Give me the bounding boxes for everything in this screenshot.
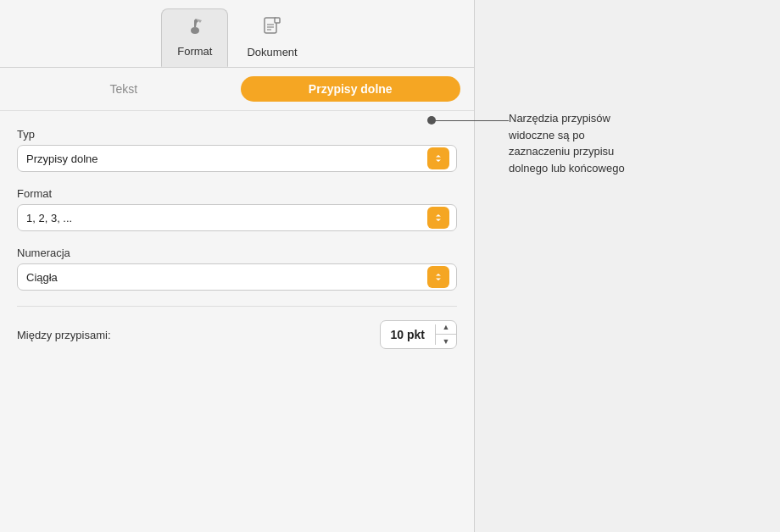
- format-field-group: Format 1, 2, 3, ...: [17, 187, 457, 231]
- text-tab[interactable]: Tekst: [14, 76, 234, 102]
- spacing-label: Między przypisami:: [17, 329, 380, 341]
- callout-line: [432, 120, 509, 121]
- type-label: Typ: [17, 128, 457, 141]
- numbering-value: Ciągła: [26, 271, 427, 284]
- tab-row: Tekst Przypisy dolne: [0, 68, 474, 111]
- numbering-label: Numeracja: [17, 247, 457, 259]
- type-field-group: Typ Przypisy dolne: [17, 128, 457, 172]
- stepper-buttons: ▲ ▼: [436, 321, 456, 348]
- spacing-row: Między przypisami: 10 pkt ▲ ▼: [17, 320, 457, 349]
- spacing-stepper[interactable]: 10 pkt ▲ ▼: [380, 320, 457, 349]
- svg-rect-1: [275, 18, 280, 23]
- type-stepper-icon[interactable]: [427, 147, 449, 169]
- document-button-label: Dokument: [247, 46, 297, 58]
- format-tab-button[interactable]: Format: [161, 8, 228, 67]
- type-value: Przypisy dolne: [26, 152, 427, 165]
- format-label: Format: [17, 187, 457, 200]
- callout-text: Narzędzia przypisów widoczne są po zazna…: [509, 110, 763, 176]
- spacing-increment-button[interactable]: ▲: [436, 321, 456, 335]
- spacing-value: 10 pkt: [381, 324, 436, 345]
- format-icon: [185, 16, 205, 42]
- document-tab-button[interactable]: Dokument: [231, 10, 312, 67]
- format-button-label: Format: [177, 45, 212, 58]
- format-value: 1, 2, 3, ...: [26, 212, 427, 224]
- toolbar: Format Dokument: [0, 0, 474, 68]
- footnotes-tab[interactable]: Przypisy dolne: [241, 76, 461, 102]
- numbering-select[interactable]: Ciągła: [17, 263, 457, 291]
- divider: [17, 306, 457, 307]
- panel-content: Typ Przypisy dolne Format 1, 2, 3, ...: [0, 111, 474, 532]
- numbering-field-group: Numeracja Ciągła: [17, 247, 457, 291]
- format-select[interactable]: 1, 2, 3, ...: [17, 204, 457, 231]
- format-stepper-icon[interactable]: [427, 207, 449, 229]
- format-panel: Format Dokument Tekst Przypisy dolne: [0, 0, 475, 532]
- numbering-stepper-icon[interactable]: [427, 266, 449, 288]
- type-select[interactable]: Przypisy dolne: [17, 145, 457, 172]
- spacing-decrement-button[interactable]: ▼: [436, 335, 456, 348]
- document-icon: [263, 17, 281, 42]
- callout: Narzędzia przypisów widoczne są po zazna…: [509, 110, 763, 176]
